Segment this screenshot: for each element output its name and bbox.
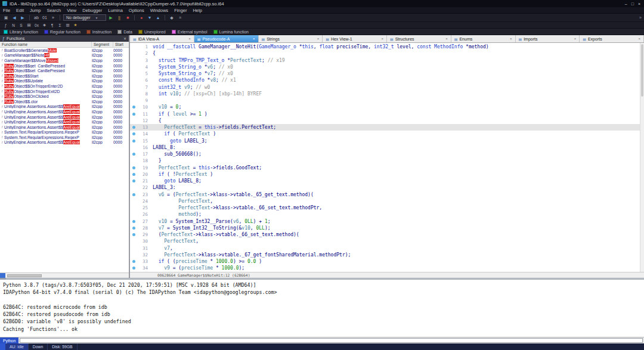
breakpoint-gutter[interactable]: [130, 191, 137, 198]
graph-view-icon[interactable]: ◈: [41, 23, 48, 28]
function-row[interactable]: fUnityEngine.Assertions.Assert$$AreEqual…: [0, 125, 129, 130]
tab-structures[interactable]: ▤Structures×: [387, 35, 451, 42]
options-icon[interactable]: ≡: [177, 14, 184, 21]
column-function-name[interactable]: Function name: [0, 42, 92, 47]
menu-view[interactable]: View: [64, 7, 79, 13]
code-line[interactable]: 17 sub_560668();: [130, 151, 644, 157]
code-line[interactable]: 11 if ( level >= 1 ): [130, 111, 644, 117]
function-row[interactable]: fRubyObject$$.ctoril2cpp0000: [0, 99, 129, 104]
pseudocode-vscrollbar[interactable]: [640, 43, 644, 272]
debugger-select[interactable]: No debugger▼: [63, 14, 106, 21]
executable-line-dot[interactable]: [132, 132, 135, 135]
function-row[interactable]: fRubyObject$$Startil2cpp0000: [0, 73, 129, 79]
save-icon[interactable]: ▣: [2, 14, 10, 21]
code-line[interactable]: 31 v7,: [130, 245, 644, 252]
pseudocode-view[interactable]: 1void __fastcall GameManager__NoteHit(Ga…: [130, 43, 644, 272]
code-line[interactable]: 1void __fastcall GameManager__NoteHit(Ga…: [130, 44, 644, 50]
code-line[interactable]: 21 goto LABEL_8;: [130, 178, 644, 184]
step-into-icon[interactable]: ▼: [146, 14, 153, 21]
column-segment[interactable]: Segment: [92, 42, 113, 47]
menu-jump[interactable]: Jump: [27, 7, 44, 13]
close-icon[interactable]: ×: [317, 37, 320, 41]
code-line[interactable]: 29 (PerfectText->klass->vtable._66_set_t…: [130, 231, 644, 238]
tab-exports[interactable]: ▤Exports×: [580, 35, 644, 42]
menu-windows[interactable]: Windows: [147, 7, 171, 13]
pseudocode-vscroll-thumb[interactable]: [641, 44, 643, 97]
close-icon[interactable]: ×: [574, 37, 577, 41]
breakpoint-gutter[interactable]: [130, 131, 137, 137]
close-icon[interactable]: ×: [445, 37, 448, 41]
executable-line-dot[interactable]: [132, 113, 135, 116]
menu-debugger[interactable]: Debugger: [79, 7, 105, 13]
code-line[interactable]: 6 const MethodInfo *v8; // x1: [130, 77, 644, 83]
breakpoint-gutter[interactable]: [130, 165, 137, 171]
column-start[interactable]: Start: [113, 42, 129, 47]
search-text-icon[interactable]: ab: [33, 14, 40, 21]
function-row[interactable]: fUnityEngine.Assertions.Assert$$AreEqual…: [0, 114, 129, 120]
executable-line-dot[interactable]: [132, 153, 135, 156]
function-row[interactable]: fGameManager$$MoveMissedil2cpp0000: [0, 58, 129, 63]
code-line[interactable]: 32 PerfectText->klass->vtable._67_get_fo…: [130, 252, 644, 258]
python-console-input[interactable]: [20, 338, 643, 343]
code-line[interactable]: 5 System_String_o *v7; // x0: [130, 70, 644, 77]
executable-line-dot[interactable]: [132, 233, 135, 236]
function-row[interactable]: fRubyObject$$Updateil2cpp0000: [0, 79, 129, 84]
executable-line-dot[interactable]: [132, 140, 135, 143]
code-line[interactable]: 20 if ( !PerfectText ): [130, 171, 644, 178]
tab-ida-view-a[interactable]: ▤IDA View-A×: [130, 35, 194, 42]
code-line[interactable]: 25 PerfectText->klass->vtable._66_set_te…: [130, 205, 644, 211]
breakpoint-gutter[interactable]: [130, 231, 137, 238]
output-panel[interactable]: Python 3.8.7 (tags/v3.8.7:6503f05, Dec 2…: [0, 280, 644, 337]
minimize-button[interactable]: –: [625, 2, 627, 6]
code-line[interactable]: 10 v10 = 0;: [130, 104, 644, 110]
close-icon[interactable]: ×: [188, 37, 191, 41]
jump-address-icon[interactable]: »: [49, 14, 57, 21]
function-row[interactable]: fUnityEngine.Assertions.Assert$$AreEqual…: [0, 104, 129, 110]
menu-lumina[interactable]: Lumina: [105, 7, 126, 13]
close-icon[interactable]: ×: [381, 37, 383, 41]
breakpoint-gutter[interactable]: [130, 258, 137, 265]
maximize-button[interactable]: □: [631, 2, 634, 6]
executable-line-dot[interactable]: [132, 179, 135, 182]
lumina-icon[interactable]: ★: [72, 23, 79, 28]
code-line[interactable]: 15 goto LABEL_3;: [130, 138, 644, 144]
menu-options[interactable]: Options: [126, 7, 147, 13]
names-window-icon[interactable]: N: [10, 23, 17, 28]
functions-hscrollbar[interactable]: [0, 272, 129, 278]
close-icon[interactable]: ×: [510, 37, 512, 41]
menu-edit[interactable]: Edit: [13, 7, 27, 13]
code-line[interactable]: 16LABEL_8:: [130, 144, 644, 151]
tab-imports[interactable]: ▤Imports×: [516, 35, 580, 42]
code-line[interactable]: 30 PerfectText,: [130, 238, 644, 244]
executable-line-dot[interactable]: [132, 173, 135, 176]
menu-help[interactable]: Help: [190, 7, 205, 13]
interpreter-selector[interactable]: Python: [0, 337, 18, 343]
code-line[interactable]: 8 int v10; // [xsp+Ch] [xbp-14h] BYREF: [130, 91, 644, 97]
function-row[interactable]: fUnityEngine.Assertions.Assert$$AreEqual…: [0, 140, 129, 145]
code-line[interactable]: 33 if ( (preciseTime * 1000.0) >= 0.0 ): [130, 258, 644, 265]
code-line[interactable]: 4 System_String_o *v6; // x0: [130, 64, 644, 70]
breakpoint-gutter[interactable]: [130, 178, 137, 184]
function-row[interactable]: fRubyObject$$get_CanBePressedil2cpp0000: [0, 63, 129, 69]
forward-icon[interactable]: ▶: [19, 14, 26, 21]
functions-panel-titlebar[interactable]: ƒ Functions ✕: [0, 35, 129, 42]
code-line[interactable]: 26 method);: [130, 211, 644, 218]
function-row[interactable]: fUnityEngine.Assertions.Assert$$AreEqual…: [0, 109, 129, 114]
close-icon[interactable]: ×: [638, 37, 640, 41]
functions-close-icon[interactable]: ✕: [123, 36, 126, 41]
executable-line-dot[interactable]: [132, 267, 135, 270]
code-line[interactable]: 12 {: [130, 117, 644, 124]
tab-hex-view-1[interactable]: ▤Hex View-1×: [323, 35, 387, 42]
stop-icon[interactable]: ■: [124, 14, 131, 21]
code-line[interactable]: 18 }: [130, 157, 644, 164]
text-view-icon[interactable]: ¶: [49, 23, 55, 28]
breakpoint-gutter[interactable]: [130, 104, 137, 110]
code-line[interactable]: 2{: [130, 50, 644, 57]
breakpoint-gutter[interactable]: [130, 225, 137, 231]
functions-hscroll-thumb[interactable]: [7, 274, 42, 277]
breakpoint-gutter[interactable]: [130, 138, 137, 144]
code-line[interactable]: 28 v7 = System_Int32__ToString(&v10, 0LL…: [130, 225, 644, 231]
menu-search[interactable]: Search: [44, 7, 64, 13]
tab-enums[interactable]: ▤Enums×: [451, 35, 516, 42]
executable-line-dot[interactable]: [132, 166, 135, 169]
